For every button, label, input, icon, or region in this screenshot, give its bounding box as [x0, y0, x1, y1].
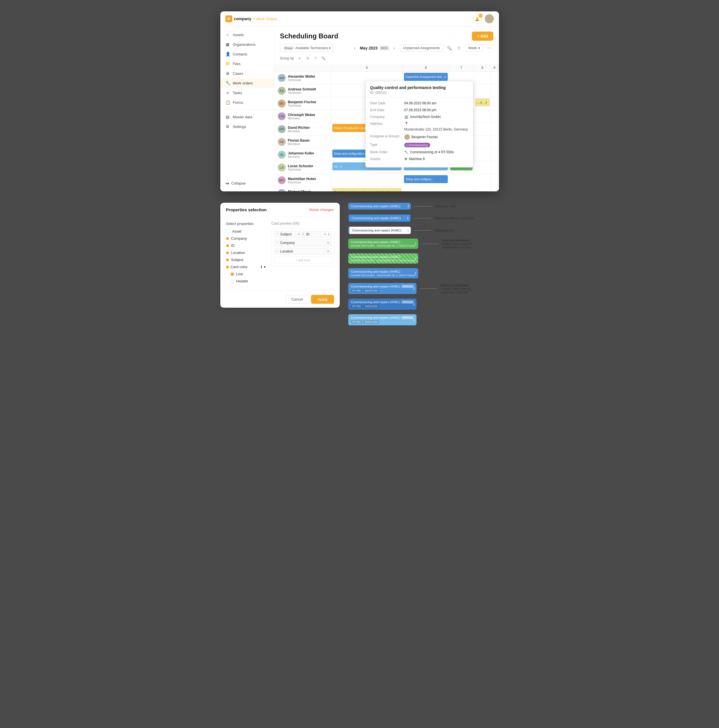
field-remove-company[interactable]: ✕ — [327, 241, 330, 245]
detail-popup: Quality control and performance testing … — [365, 81, 473, 168]
sidebar-item-tasks[interactable]: ≡ Tasks — [220, 88, 274, 98]
card-ex-4[interactable]: Commissioning and repairs (HVAC) InnoVit… — [348, 239, 418, 249]
task-card-security[interactable]: Security inspection and equipment testin… — [332, 188, 402, 191]
card-ex-annotation-2: Planning status: confirmed — [435, 216, 474, 220]
popup-value-enddate: 07.09.2023 08:00 pm — [404, 108, 437, 112]
groupby-search-icon[interactable]: 🔍 — [320, 55, 327, 62]
groupby-filter-icon[interactable]: ▽ — [312, 55, 319, 62]
johannes-day8 — [474, 148, 491, 161]
popup-row-assignee: Assignee & Groups Benjamin Fischer — [370, 134, 469, 140]
prev-month-button[interactable]: ‹ — [351, 44, 358, 52]
field-remove-id[interactable]: ✕ — [324, 232, 327, 236]
card-ex-3[interactable]: Commissioning and repairs (HVAC) ℹ — [348, 226, 411, 234]
groupby-chevron-icon[interactable]: ▾ — [296, 55, 303, 62]
task-card-setup-config[interactable]: Setup and configura... — [404, 175, 448, 183]
tech-name-label-lucas: Lucas Schuster — [288, 164, 313, 168]
sidebar-item-masterdata[interactable]: ▤ Master data — [220, 112, 274, 122]
task-card-indeterminate[interactable]: ...-d ... ℹ — [475, 98, 490, 106]
rows-chevron-icon: ▾ — [329, 46, 331, 50]
lucas-day9 — [491, 161, 498, 174]
line-radio[interactable] — [231, 272, 234, 276]
task-card[interactable]: Inspection of equipment and... ℹ — [404, 73, 448, 81]
sidebar-item-assets[interactable]: ○ Assets — [220, 30, 274, 40]
asset-checkbox[interactable] — [226, 229, 230, 234]
card-ex-2[interactable]: Commissioning and repairs (HVAC) ℹ — [348, 214, 411, 222]
add-button[interactable]: + Add — [472, 32, 493, 41]
board-header-day-10: 10 — [498, 64, 499, 72]
card-ex-5[interactable]: Commissioning and repairs (HVAC) InnoVit… — [348, 253, 418, 264]
prop-subject: Subject — [226, 258, 266, 262]
card-ex-7-text: Commissioning and repairs (HVAC) #WO123 — [351, 284, 414, 288]
sidebar-item-settings[interactable]: ⚙ Settings — [220, 122, 274, 132]
sidebar-item-organizations[interactable]: ▦ Organizations — [220, 40, 274, 49]
task-label: Inspection of equipment and... — [406, 75, 444, 78]
david-day9 — [491, 123, 498, 136]
drag-handle-subject[interactable]: ⠿ — [276, 232, 279, 236]
prop-card-color: Card color ℹ ▾ — [226, 265, 266, 269]
sidebar-item-workorders[interactable]: 🔧 Work orders — [220, 78, 274, 88]
card-ex-7-info: ℹ — [414, 287, 415, 291]
sidebar-item-cases[interactable]: 🖥 Cases — [220, 69, 274, 78]
groupby-label: Group by — [280, 56, 294, 60]
drag-handle-location[interactable]: ⠿ — [276, 249, 279, 253]
card-ex-5-subtitle: InnoVita Tech GmbH Ulmenstraße 36, 3, 59… — [351, 259, 415, 262]
sidebar-item-label: Forms — [233, 100, 243, 105]
task-label: Security inspection and equipment testin… — [334, 191, 387, 192]
groupby-sort-icon[interactable]: ⇅ — [304, 55, 311, 62]
tech-name-alexander: AM Alexander Müller Technician — [274, 72, 331, 84]
breadcrumb-link[interactable]: Work Orders — [256, 17, 277, 21]
popup-label-enddate: End Date — [370, 108, 401, 112]
card-ex-2-text: Commissioning and repairs (HVAC) — [352, 216, 401, 220]
location-icon: 📍 — [404, 122, 409, 126]
field-remove-subject[interactable]: ✕ — [298, 232, 300, 236]
header-radio[interactable] — [231, 280, 234, 283]
rows-selector[interactable]: Rows Available Technicians ▾ — [280, 44, 334, 52]
page-title: Scheduling Board — [280, 32, 338, 40]
card-color-chevron-icon[interactable]: ▾ — [264, 265, 266, 269]
field-remove-location[interactable]: ✕ — [327, 249, 330, 253]
florian-day10 — [498, 136, 499, 148]
tech-avatar-david: DR — [278, 125, 286, 133]
reset-changes-button[interactable]: Reset changes — [309, 208, 334, 212]
cancel-button[interactable]: Cancel — [286, 295, 308, 304]
apply-button[interactable]: Apply — [311, 295, 334, 304]
annotation-strong-2: Planning status: — [435, 216, 459, 220]
sidebar-item-files[interactable]: 📁 Files — [220, 59, 274, 69]
tech-role-christoph: Mechanic — [288, 117, 315, 120]
maximilian-day5 — [331, 174, 403, 187]
card-ex-row-2: Commissioning and repairs (HVAC) ℹ Plann… — [348, 214, 499, 222]
bottom-section: Properties selection Reset changes Selec… — [220, 203, 499, 330]
card-ex-9[interactable]: Commissioning and repairs (HVAC) #WO123 … — [348, 314, 417, 325]
notification-button[interactable]: 🔔 9+ — [473, 14, 482, 23]
week-selector[interactable]: Week ▾ — [465, 44, 483, 52]
preview-add-field[interactable]: + add field — [274, 257, 331, 264]
tech-name-label-michael: Michael Mayer — [288, 190, 311, 192]
card-ex-4-text: Commissioning and repairs (HVAC) — [351, 240, 400, 244]
sidebar-item-contacts[interactable]: 👤 Contacts — [220, 49, 274, 59]
popup-label-type: Type — [370, 143, 401, 147]
annotation-strong-3: Coloring: — [435, 229, 449, 232]
tag-date-8: 2024/11/24 — [363, 304, 379, 308]
card-ex-6[interactable]: Commissioning and repairs (HVAC) InnoVit… — [348, 268, 418, 278]
prop-company: Company — [226, 236, 266, 240]
field-name-company: Company — [280, 241, 325, 245]
sidebar-item-label: Master data — [233, 115, 252, 119]
unplanned-button[interactable]: Unplanned Assignments — [400, 44, 443, 52]
card-ex-7[interactable]: Commissioning and repairs (HVAC) #WO123 … — [348, 283, 417, 294]
drag-handle-company[interactable]: ⠿ — [276, 241, 279, 245]
location-dot — [226, 251, 229, 254]
card-ex-1[interactable]: Commissioning and repairs (HVAC) ℹ — [348, 203, 411, 210]
card-ex-8[interactable]: Commissioning and repairs (HVAC) #WO123 … — [348, 298, 417, 310]
sidebar-collapse-btn[interactable]: ⏮ Collapse — [220, 179, 274, 188]
sidebar-item-forms[interactable]: 📋 Forms — [220, 98, 274, 107]
next-month-button[interactable]: › — [391, 44, 398, 52]
info-icon: ℹ — [486, 101, 487, 104]
user-avatar[interactable] — [485, 14, 494, 23]
rows-tag: Rows — [283, 46, 295, 50]
search-button[interactable]: 🔍 — [445, 44, 453, 52]
tech-name-label-johannes: Johannes Keller — [288, 151, 314, 155]
more-options-button[interactable]: ⋯ — [485, 44, 493, 52]
tech-role-benjamin: Technician — [288, 104, 316, 107]
card-ex-7-tags: RT-550 2024/11/24 — [351, 289, 414, 292]
filter-button[interactable]: ▽ — [455, 44, 463, 52]
